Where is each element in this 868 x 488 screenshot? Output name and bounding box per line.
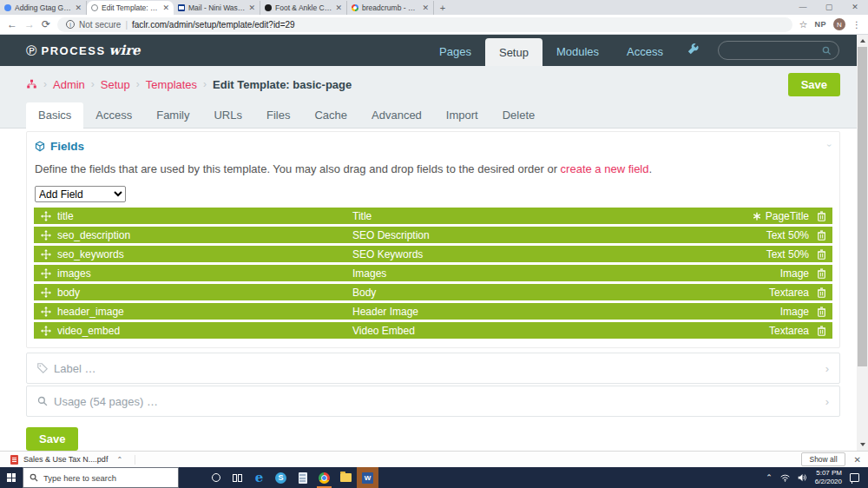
drag-handle-icon[interactable] (41, 211, 51, 221)
scroll-down-icon[interactable] (857, 439, 868, 451)
sitemap-icon[interactable] (26, 79, 37, 89)
tab-close-icon[interactable]: ✕ (162, 3, 169, 12)
trash-icon[interactable] (817, 326, 826, 336)
tray-expand-icon[interactable]: ⌃ (766, 473, 773, 482)
field-row-title[interactable]: titleTitlePageTitle (34, 208, 832, 224)
task-view-icon[interactable] (227, 467, 248, 488)
file-explorer-icon[interactable] (335, 467, 357, 488)
browser-tab-3[interactable]: Foot & Ankle Center | Bone Con✕ (260, 1, 347, 15)
back-icon[interactable]: ← (7, 18, 17, 30)
drag-handle-icon[interactable] (41, 326, 51, 336)
word-icon[interactable]: W (357, 467, 378, 488)
wrench-icon[interactable] (677, 35, 709, 66)
taskbar-search[interactable]: Type here to search (23, 467, 179, 488)
cube-icon (35, 141, 45, 152)
browser-tab-0[interactable]: Adding Gtag Google Analytics -✕ (0, 1, 87, 15)
admin-search[interactable] (718, 41, 839, 60)
tab-import[interactable]: Import (434, 102, 490, 128)
new-tab-button[interactable]: + (434, 3, 451, 15)
skype-icon[interactable]: S (270, 467, 292, 488)
minimize-icon[interactable]: — (790, 0, 816, 14)
field-row-video_embed[interactable]: video_embedVideo EmbedTextarea (34, 322, 832, 339)
nav-item-pages[interactable]: Pages (425, 37, 485, 66)
tab-close-icon[interactable]: ✕ (75, 3, 82, 12)
show-all-button[interactable]: Show all (801, 452, 845, 466)
field-row-header_image[interactable]: header_imageHeader ImageImage (34, 303, 832, 320)
field-row-images[interactable]: imagesImagesImage (34, 265, 832, 281)
drag-handle-icon[interactable] (41, 249, 51, 260)
tab-close-icon[interactable]: ✕ (248, 3, 255, 12)
start-button[interactable] (0, 467, 23, 488)
browser-menu-icon[interactable]: ⋮ (852, 20, 861, 30)
processwire-logo[interactable]: ℗ PROCESSwire (26, 43, 141, 58)
network-icon[interactable] (780, 474, 790, 482)
add-field-select[interactable]: Add Field (35, 186, 126, 202)
tab-cache[interactable]: Cache (302, 102, 359, 128)
maximize-icon[interactable]: ▢ (816, 0, 842, 14)
close-icon[interactable]: ✕ (842, 0, 868, 14)
browser-tab-2[interactable]: Mail - Nini Washburn - Mail Basi✕ (174, 1, 260, 15)
nav-item-access[interactable]: Access (613, 37, 677, 66)
save-button-top[interactable]: Save (788, 73, 840, 96)
tags-icon (37, 363, 48, 373)
calculator-icon[interactable] (292, 467, 313, 488)
chrome-icon[interactable] (313, 467, 335, 488)
tab-close-icon[interactable]: ✕ (335, 3, 342, 12)
drag-handle-icon[interactable] (41, 287, 51, 298)
field-row-seo_keywords[interactable]: seo_keywordsSEO KeywordsText 50% (34, 246, 832, 262)
download-item[interactable]: Sales & Use Tax N....pdf ⌃ (10, 455, 135, 465)
label-section[interactable]: Label … › (26, 353, 840, 384)
reload-icon[interactable]: ⟳ (42, 18, 50, 30)
browser-tab-4[interactable]: breadcrumb - Google Search✕ (347, 1, 434, 15)
trash-icon[interactable] (817, 287, 826, 298)
forward-icon[interactable]: → (24, 18, 35, 30)
trash-icon[interactable] (817, 230, 826, 241)
tab-close-icon[interactable]: ✕ (422, 3, 429, 12)
nav-item-modules[interactable]: Modules (542, 37, 613, 66)
profile-initials[interactable]: NP (814, 20, 826, 29)
create-new-field-link[interactable]: create a new field (561, 162, 649, 175)
scroll-up-icon[interactable] (857, 35, 868, 47)
trash-icon[interactable] (817, 249, 826, 260)
usage-section[interactable]: Usage (54 pages) … › (26, 386, 840, 417)
tab-advanced[interactable]: Advanced (359, 102, 434, 128)
address-bar[interactable]: i Not secure | faclr.com/admin/setup/tem… (57, 17, 792, 32)
info-icon[interactable]: i (66, 20, 75, 29)
trash-icon[interactable] (817, 268, 826, 279)
cortana-icon[interactable] (205, 467, 227, 488)
save-button-bottom[interactable]: Save (26, 427, 78, 451)
collapse-chevron-icon[interactable]: › (825, 144, 834, 147)
fields-section-title: Fields (50, 140, 84, 153)
tab-files[interactable]: Files (254, 102, 302, 128)
tab-urls[interactable]: URLs (201, 102, 254, 128)
trash-icon[interactable] (817, 307, 826, 317)
tab-delete[interactable]: Delete (490, 102, 548, 128)
drag-handle-icon[interactable] (41, 230, 51, 241)
drag-handle-icon[interactable] (41, 268, 51, 279)
download-caret-icon[interactable]: ⌃ (116, 456, 122, 464)
tab-access[interactable]: Access (83, 102, 144, 128)
page-scrollbar[interactable] (857, 35, 868, 451)
download-bar-close-icon[interactable]: ✕ (854, 455, 861, 465)
field-type-text: PageTitle (766, 210, 809, 222)
bookmark-star-icon[interactable]: ☆ (799, 19, 808, 30)
tab-family[interactable]: Family (144, 102, 201, 128)
speaker-icon[interactable] (798, 473, 807, 482)
fields-section-header[interactable]: Fields (34, 140, 832, 153)
nav-item-setup[interactable]: Setup (485, 38, 542, 66)
edge-icon[interactable]: e (248, 467, 270, 488)
taskbar-clock[interactable]: 5:07 PM 6/2/2020 (815, 469, 842, 486)
avatar[interactable]: N (833, 18, 845, 30)
breadcrumb-link-admin[interactable]: Admin (53, 78, 85, 91)
field-row-seo_description[interactable]: seo_descriptionSEO DescriptionText 50% (34, 227, 832, 243)
tab-basics[interactable]: Basics (26, 102, 83, 129)
drag-handle-icon[interactable] (41, 307, 51, 317)
breadcrumb-link-setup[interactable]: Setup (101, 78, 130, 91)
admin-search-input[interactable] (726, 45, 822, 56)
action-center-icon[interactable] (850, 473, 859, 482)
scrollbar-thumb[interactable] (858, 47, 867, 366)
trash-icon[interactable] (817, 211, 826, 221)
browser-tab-1[interactable]: Edit Template: basic-page • faclr✕ (87, 1, 174, 15)
breadcrumb-link-templates[interactable]: Templates (146, 78, 197, 91)
field-row-body[interactable]: bodyBodyTextarea (34, 284, 832, 300)
